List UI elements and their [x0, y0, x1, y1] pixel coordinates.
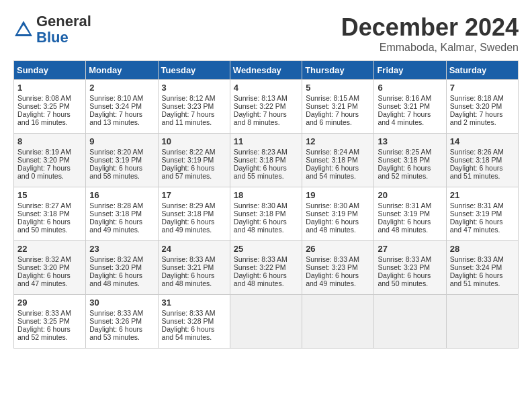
cell-info: Daylight: 6 hours and 48 minutes. [234, 218, 298, 234]
cell-info: Sunset: 3:22 PM [234, 102, 298, 110]
cell-info: Daylight: 6 hours and 54 minutes. [162, 325, 226, 341]
cell-info: Daylight: 7 hours and 2 minutes. [450, 110, 515, 126]
cell-info: Daylight: 6 hours and 57 minutes. [162, 164, 226, 180]
cell-info: Sunrise: 8:15 AM [306, 94, 370, 102]
cell-info: Daylight: 6 hours and 48 minutes. [378, 218, 442, 234]
calendar-cell: 26Sunrise: 8:33 AMSunset: 3:23 PMDayligh… [302, 241, 374, 295]
cell-info: Sunrise: 8:10 AM [89, 94, 154, 102]
cell-info: Daylight: 7 hours and 4 minutes. [378, 110, 442, 126]
day-number: 9 [89, 136, 154, 146]
cell-info: Daylight: 6 hours and 51 minutes. [450, 164, 515, 180]
cell-info: Sunrise: 8:30 AM [234, 201, 298, 210]
day-number: 5 [306, 83, 370, 93]
cell-info: Sunrise: 8:31 AM [450, 201, 515, 210]
day-number: 29 [17, 298, 82, 308]
day-header-friday: Friday [374, 61, 446, 80]
calendar-cell: 4Sunrise: 8:13 AMSunset: 3:22 PMDaylight… [230, 80, 302, 134]
day-number: 10 [162, 136, 226, 146]
cell-info: Daylight: 6 hours and 53 minutes. [89, 325, 154, 341]
cell-info: Sunset: 3:26 PM [89, 317, 154, 325]
cell-info: Daylight: 6 hours and 58 minutes. [89, 164, 154, 180]
cell-info: Sunset: 3:21 PM [378, 102, 442, 110]
calendar-cell: 10Sunrise: 8:22 AMSunset: 3:19 PMDayligh… [158, 134, 230, 187]
cell-info: Sunset: 3:18 PM [450, 156, 515, 164]
cell-info: Daylight: 7 hours and 0 minutes. [17, 164, 82, 180]
day-number: 20 [378, 190, 442, 200]
day-number: 4 [234, 83, 298, 93]
day-number: 16 [89, 190, 154, 200]
day-number: 2 [89, 83, 154, 93]
cell-info: Sunset: 3:19 PM [378, 210, 442, 218]
cell-info: Sunrise: 8:32 AM [17, 255, 82, 263]
calendar-cell: 28Sunrise: 8:33 AMSunset: 3:24 PMDayligh… [446, 241, 518, 295]
cell-info: Sunset: 3:19 PM [89, 156, 154, 164]
calendar-cell: 9Sunrise: 8:20 AMSunset: 3:19 PMDaylight… [86, 134, 158, 187]
cell-info: Sunset: 3:18 PM [162, 210, 226, 218]
cell-info: Sunrise: 8:31 AM [378, 201, 442, 210]
cell-info: Sunset: 3:28 PM [162, 317, 226, 325]
cell-info: Daylight: 6 hours and 49 minutes. [89, 218, 154, 234]
cell-info: Sunset: 3:18 PM [378, 156, 442, 164]
cell-info: Sunrise: 8:33 AM [234, 255, 298, 263]
cell-info: Daylight: 7 hours and 11 minutes. [162, 110, 226, 126]
cell-info: Sunset: 3:25 PM [17, 102, 82, 110]
cell-info: Sunrise: 8:30 AM [306, 201, 370, 210]
day-header-monday: Monday [86, 61, 158, 80]
calendar-cell [302, 295, 374, 349]
cell-info: Sunrise: 8:33 AM [450, 255, 515, 263]
calendar-cell: 20Sunrise: 8:31 AMSunset: 3:19 PMDayligh… [374, 187, 446, 241]
cell-info: Sunset: 3:18 PM [17, 210, 82, 218]
cell-info: Sunrise: 8:12 AM [162, 94, 226, 102]
calendar-week-5: 29Sunrise: 8:33 AMSunset: 3:25 PMDayligh… [14, 295, 519, 349]
calendar-body: 1Sunrise: 8:08 AMSunset: 3:25 PMDaylight… [14, 80, 519, 349]
calendar-cell: 24Sunrise: 8:33 AMSunset: 3:21 PMDayligh… [158, 241, 230, 295]
cell-info: Sunrise: 8:27 AM [17, 201, 82, 210]
cell-info: Daylight: 7 hours and 13 minutes. [89, 110, 154, 126]
day-number: 31 [162, 298, 226, 308]
day-number: 18 [234, 190, 298, 200]
cell-info: Sunrise: 8:18 AM [450, 94, 515, 102]
calendar-cell: 12Sunrise: 8:24 AMSunset: 3:18 PMDayligh… [302, 134, 374, 187]
calendar-cell: 5Sunrise: 8:15 AMSunset: 3:21 PMDaylight… [302, 80, 374, 134]
calendar-week-3: 15Sunrise: 8:27 AMSunset: 3:18 PMDayligh… [14, 187, 519, 241]
day-number: 24 [162, 244, 226, 254]
calendar-cell [230, 295, 302, 349]
cell-info: Daylight: 6 hours and 49 minutes. [306, 271, 370, 287]
cell-info: Daylight: 7 hours and 8 minutes. [234, 110, 298, 126]
calendar-cell: 8Sunrise: 8:19 AMSunset: 3:20 PMDaylight… [14, 134, 86, 187]
cell-info: Sunset: 3:18 PM [234, 156, 298, 164]
calendar-cell: 1Sunrise: 8:08 AMSunset: 3:25 PMDaylight… [14, 80, 86, 134]
cell-info: Sunrise: 8:33 AM [306, 255, 370, 263]
cell-info: Sunset: 3:25 PM [17, 317, 82, 325]
calendar-cell: 29Sunrise: 8:33 AMSunset: 3:25 PMDayligh… [14, 295, 86, 349]
cell-info: Sunset: 3:20 PM [17, 263, 82, 271]
calendar-cell: 31Sunrise: 8:33 AMSunset: 3:28 PMDayligh… [158, 295, 230, 349]
cell-info: Sunset: 3:20 PM [17, 156, 82, 164]
day-number: 6 [378, 83, 442, 93]
day-number: 11 [234, 136, 298, 146]
cell-info: Daylight: 6 hours and 49 minutes. [162, 218, 226, 234]
cell-info: Sunrise: 8:19 AM [17, 148, 82, 156]
cell-info: Sunrise: 8:33 AM [89, 309, 154, 317]
day-header-saturday: Saturday [446, 61, 518, 80]
cell-info: Sunset: 3:19 PM [306, 210, 370, 218]
location: Emmaboda, Kalmar, Sweden [341, 42, 519, 54]
cell-info: Daylight: 6 hours and 51 minutes. [450, 271, 515, 287]
cell-info: Sunset: 3:20 PM [89, 263, 154, 271]
cell-info: Sunrise: 8:20 AM [89, 148, 154, 156]
cell-info: Daylight: 6 hours and 47 minutes. [17, 271, 82, 287]
calendar-cell: 7Sunrise: 8:18 AMSunset: 3:20 PMDaylight… [446, 80, 518, 134]
calendar-table: SundayMondayTuesdayWednesdayThursdayFrid… [13, 60, 519, 349]
cell-info: Sunrise: 8:28 AM [89, 201, 154, 210]
cell-info: Sunrise: 8:22 AM [162, 148, 226, 156]
cell-info: Sunset: 3:24 PM [89, 102, 154, 110]
calendar-cell: 23Sunrise: 8:32 AMSunset: 3:20 PMDayligh… [86, 241, 158, 295]
day-number: 1 [17, 83, 82, 93]
cell-info: Daylight: 6 hours and 48 minutes. [306, 218, 370, 234]
cell-info: Sunset: 3:22 PM [234, 263, 298, 271]
cell-info: Sunrise: 8:25 AM [378, 148, 442, 156]
calendar-cell: 25Sunrise: 8:33 AMSunset: 3:22 PMDayligh… [230, 241, 302, 295]
calendar-cell: 27Sunrise: 8:33 AMSunset: 3:23 PMDayligh… [374, 241, 446, 295]
cell-info: Daylight: 7 hours and 6 minutes. [306, 110, 370, 126]
calendar-cell: 2Sunrise: 8:10 AMSunset: 3:24 PMDaylight… [86, 80, 158, 134]
